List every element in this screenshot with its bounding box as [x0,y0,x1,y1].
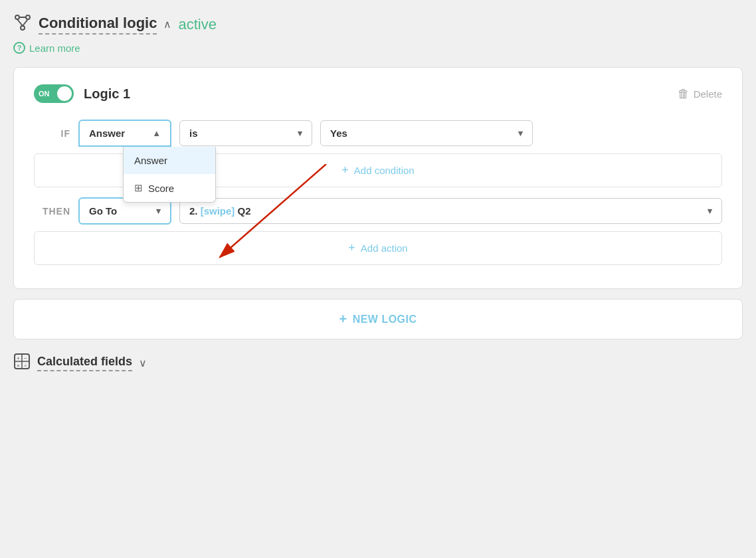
destination-tag: [swipe] [201,205,235,217]
field-dropdown-wrapper: Answer ▲ Answer ⊞ Score [78,120,171,147]
toggle-knob [57,86,72,101]
calculated-fields-icon: + − × ÷ [13,353,31,373]
destination-name: Q2 [235,205,250,217]
calculated-fields-title: Calculated fields [37,355,132,371]
active-status: active [178,16,216,33]
field-dropdown[interactable]: Answer ▲ [78,120,171,147]
value-dropdown-caret: ▾ [518,128,523,138]
if-condition-row: IF Answer ▲ Answer ⊞ Score is ▾ [34,120,722,147]
action-type-selected: Go To [89,205,117,217]
svg-point-2 [21,26,25,30]
help-icon: ? [13,42,25,54]
score-grid-icon: ⊞ [134,182,143,194]
destination-value: 2. [swipe] Q2 [189,205,251,217]
svg-line-4 [17,19,23,26]
delete-label: Delete [694,88,722,100]
field-dropdown-caret: ▲ [152,128,161,138]
operator-dropdown-caret: ▾ [298,128,302,138]
conditional-logic-icon [13,13,32,35]
field-dropdown-menu: Answer ⊞ Score [123,147,216,203]
svg-text:×: × [17,363,20,369]
value-dropdown[interactable]: Yes ▾ [320,120,533,146]
answer-option-label: Answer [134,155,167,166]
logic-toggle[interactable]: ON [34,84,74,103]
add-action-label: Add action [361,242,408,254]
action-type-caret: ▾ [156,206,161,216]
destination-caret: ▾ [708,206,712,216]
logic-title: Logic 1 [84,86,130,102]
destination-number: 2. [189,205,201,217]
new-logic-button[interactable]: + NEW LOGIC [13,299,743,339]
new-logic-inner: + NEW LOGIC [26,312,730,327]
value-selected-value: Yes [330,128,347,139]
delete-button[interactable]: 🗑 Delete [678,87,722,101]
svg-text:−: − [24,355,27,361]
page-title: Conditional logic [39,15,157,35]
add-condition-label: Add condition [354,165,415,176]
logic-card: ON Logic 1 🗑 Delete IF Answer ▲ Answer [13,67,743,289]
if-label: IF [34,128,70,139]
svg-text:+: + [17,355,20,361]
svg-text:÷: ÷ [24,363,27,369]
svg-line-5 [23,19,28,26]
add-condition-plus-icon: + [341,163,349,177]
add-action-inner: + Add action [44,241,712,255]
add-action-row[interactable]: + Add action [34,231,722,265]
then-label: THEN [34,206,70,217]
operator-selected-value: is [189,128,198,139]
toggle-wrapper: ON Logic 1 [34,84,130,103]
add-action-plus-icon: + [348,241,355,255]
operator-dropdown[interactable]: is ▾ [179,120,312,146]
field-selected-value: Answer [89,128,125,139]
logic-card-header: ON Logic 1 🗑 Delete [34,84,722,103]
score-option-label: Score [148,183,174,194]
svg-point-0 [15,15,19,19]
dropdown-option-score[interactable]: ⊞ Score [124,174,215,202]
new-logic-label: NEW LOGIC [353,314,417,326]
dropdown-option-answer[interactable]: Answer [124,147,215,174]
svg-point-1 [26,15,30,19]
learn-more-link[interactable]: ? Learn more [13,42,743,54]
destination-dropdown[interactable]: 2. [swipe] Q2 ▾ [179,198,722,224]
header-caret-icon[interactable]: ∧ [163,18,171,31]
toggle-label: ON [39,90,50,98]
calculated-fields-section[interactable]: + − × ÷ Calculated fields ∨ [13,353,743,373]
page-header: Conditional logic ∧ active [13,13,743,35]
trash-icon: 🗑 [678,87,690,101]
new-logic-plus-icon: + [339,312,347,327]
calculated-fields-caret: ∨ [139,357,147,369]
learn-more-label: Learn more [29,43,80,54]
